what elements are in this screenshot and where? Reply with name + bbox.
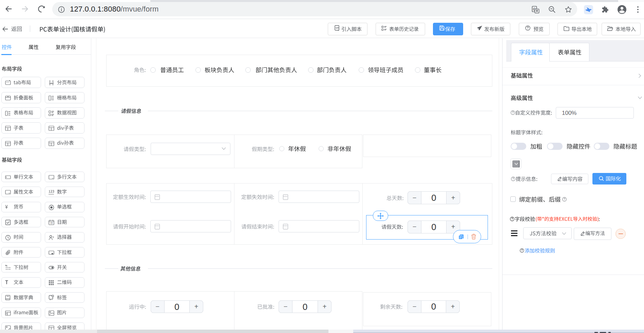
svg-text:15: 15 [50, 222, 53, 224]
